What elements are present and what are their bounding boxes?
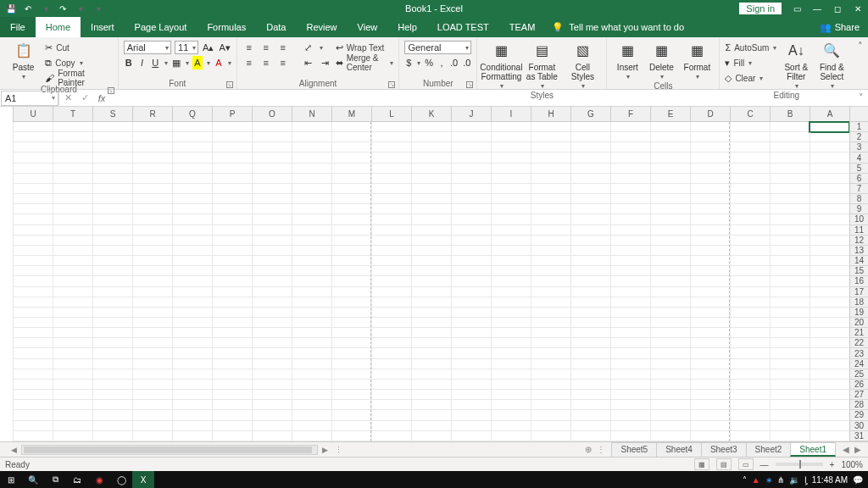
borders-button[interactable]: ▦ bbox=[171, 56, 181, 69]
cell[interactable] bbox=[810, 122, 849, 132]
cell[interactable] bbox=[252, 359, 292, 369]
cell[interactable] bbox=[371, 318, 411, 328]
cell[interactable] bbox=[730, 174, 770, 184]
cell[interactable] bbox=[371, 308, 411, 318]
cell[interactable] bbox=[690, 236, 730, 246]
cell[interactable] bbox=[13, 236, 53, 246]
cell[interactable] bbox=[531, 122, 570, 132]
zoom-out-icon[interactable]: ― bbox=[760, 460, 769, 469]
cell[interactable] bbox=[371, 194, 411, 204]
cell[interactable] bbox=[371, 184, 411, 194]
cell[interactable] bbox=[331, 214, 371, 225]
find-select-button[interactable]: 🔍Find & Select▾ bbox=[815, 39, 848, 91]
cell[interactable] bbox=[570, 174, 610, 184]
cell[interactable] bbox=[331, 338, 371, 348]
cell[interactable] bbox=[92, 276, 132, 286]
cell[interactable] bbox=[13, 328, 53, 338]
horizontal-scrollbar[interactable]: ◀ ▶ ⋮ bbox=[0, 445, 578, 455]
cell[interactable] bbox=[810, 318, 849, 328]
cell[interactable] bbox=[53, 236, 92, 246]
cell[interactable] bbox=[53, 152, 92, 163]
cell[interactable] bbox=[491, 328, 531, 338]
cell[interactable] bbox=[212, 236, 252, 246]
cell[interactable] bbox=[13, 204, 53, 214]
cell[interactable] bbox=[13, 256, 53, 266]
cell[interactable] bbox=[570, 328, 610, 338]
cell[interactable] bbox=[13, 214, 53, 225]
cell[interactable] bbox=[451, 276, 491, 286]
row-header[interactable]: 23 bbox=[849, 348, 868, 358]
cell[interactable] bbox=[53, 308, 92, 318]
cell[interactable] bbox=[212, 122, 252, 132]
cell[interactable] bbox=[13, 359, 53, 369]
cell[interactable] bbox=[292, 142, 331, 152]
align-center-icon[interactable]: ≡ bbox=[259, 56, 273, 69]
cell[interactable] bbox=[292, 400, 331, 410]
normal-view-icon[interactable]: ▦ bbox=[694, 458, 709, 470]
tab-home[interactable]: Home bbox=[36, 17, 81, 37]
cell[interactable] bbox=[331, 380, 371, 390]
cell[interactable] bbox=[132, 359, 172, 369]
cell[interactable] bbox=[570, 236, 610, 246]
cell[interactable] bbox=[252, 225, 292, 236]
cell[interactable] bbox=[292, 122, 331, 132]
column-header[interactable]: I bbox=[491, 107, 531, 122]
column-header[interactable]: G bbox=[570, 107, 610, 122]
cell[interactable] bbox=[411, 174, 451, 184]
tab-review[interactable]: Review bbox=[296, 17, 347, 37]
cell[interactable] bbox=[650, 380, 690, 390]
sort-filter-button[interactable]: A↓Sort & Filter▾ bbox=[780, 39, 812, 91]
autosum-dropdown-icon[interactable]: ▾ bbox=[773, 44, 776, 52]
column-header[interactable]: Q bbox=[172, 107, 212, 122]
cell[interactable] bbox=[92, 318, 132, 328]
cell[interactable] bbox=[491, 214, 531, 225]
cell[interactable] bbox=[730, 122, 770, 132]
cell[interactable] bbox=[371, 204, 411, 214]
cell[interactable] bbox=[292, 256, 331, 266]
cell[interactable] bbox=[570, 194, 610, 204]
cell[interactable] bbox=[292, 204, 331, 214]
cell[interactable] bbox=[212, 174, 252, 184]
cell[interactable] bbox=[610, 204, 650, 214]
prev-sheet-icon[interactable]: ◀ bbox=[843, 445, 849, 454]
cell[interactable] bbox=[292, 174, 331, 184]
cell[interactable] bbox=[531, 236, 570, 246]
tab-formulas[interactable]: Formulas bbox=[197, 17, 256, 37]
undo-icon[interactable]: ↶ bbox=[22, 3, 34, 14]
row-header[interactable]: 16 bbox=[849, 276, 868, 286]
cell[interactable] bbox=[53, 328, 92, 338]
cell[interactable] bbox=[610, 174, 650, 184]
row-header[interactable]: 10 bbox=[849, 214, 868, 225]
conditional-formatting-button[interactable]: ▦Conditional Formatting▾ bbox=[482, 39, 520, 91]
cell[interactable] bbox=[690, 359, 730, 369]
cell[interactable] bbox=[13, 184, 53, 194]
new-sheet-plus-icon[interactable]: ⊕ bbox=[585, 445, 592, 454]
cell[interactable] bbox=[252, 276, 292, 286]
cell[interactable] bbox=[650, 410, 690, 420]
cell[interactable] bbox=[212, 204, 252, 214]
paste-dropdown-icon[interactable]: ▾ bbox=[22, 74, 25, 81]
cell[interactable] bbox=[212, 266, 252, 276]
row-header[interactable]: 13 bbox=[849, 246, 868, 256]
cell[interactable] bbox=[451, 256, 491, 266]
cell[interactable] bbox=[252, 297, 292, 308]
accounting-dropdown-icon[interactable]: ▾ bbox=[417, 59, 420, 67]
cell[interactable] bbox=[570, 246, 610, 256]
cell[interactable] bbox=[451, 287, 491, 297]
cell[interactable] bbox=[92, 236, 132, 246]
cell[interactable] bbox=[212, 194, 252, 204]
cell[interactable] bbox=[491, 410, 531, 420]
percent-icon[interactable]: % bbox=[424, 56, 434, 69]
cell[interactable] bbox=[810, 194, 849, 204]
row-header[interactable]: 4 bbox=[849, 152, 868, 163]
cell[interactable] bbox=[451, 184, 491, 194]
cell[interactable] bbox=[331, 142, 371, 152]
cell[interactable] bbox=[770, 236, 810, 246]
cell[interactable] bbox=[690, 421, 730, 431]
cell[interactable] bbox=[331, 152, 371, 163]
cell[interactable] bbox=[172, 421, 212, 431]
cell[interactable] bbox=[172, 204, 212, 214]
cell[interactable] bbox=[53, 246, 92, 256]
orientation-icon[interactable]: ⤢ bbox=[302, 41, 315, 54]
minimize-button[interactable]: — bbox=[807, 0, 827, 17]
